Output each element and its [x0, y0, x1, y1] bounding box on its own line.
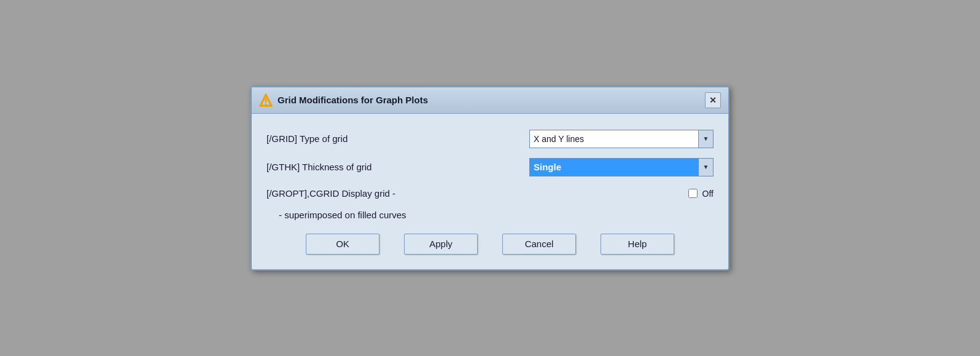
dialog-title: Grid Modifications for Graph Plots — [278, 95, 428, 105]
grid-type-arrow[interactable]: ▼ — [698, 130, 713, 148]
superimposed-label: - superimposed on filled curves — [279, 210, 406, 220]
grid-thickness-control: Single ▼ — [517, 158, 714, 176]
close-button[interactable]: ✕ — [705, 92, 721, 108]
display-grid-control: Off — [529, 189, 714, 199]
svg-point-2 — [265, 103, 266, 105]
row-grid-thickness: [/GTHK] Thickness of grid Single ▼ — [266, 153, 714, 181]
grid-type-control: X and Y lines ▼ — [517, 130, 714, 148]
grid-type-value[interactable]: X and Y lines — [530, 130, 698, 148]
grid-type-dropdown[interactable]: X and Y lines ▼ — [529, 130, 714, 148]
apply-button[interactable]: Apply — [404, 234, 478, 255]
grid-thickness-dropdown[interactable]: Single ▼ — [529, 158, 714, 176]
dialog-window: Grid Modifications for Graph Plots ✕ [/G… — [251, 86, 729, 271]
row-grid-type: [/GRID] Type of grid X and Y lines ▼ — [266, 125, 714, 153]
button-row: OK Apply Cancel Help — [266, 224, 714, 259]
title-bar: Grid Modifications for Graph Plots ✕ — [252, 87, 728, 114]
dialog-body: [/GRID] Type of grid X and Y lines ▼ [/G… — [252, 114, 728, 269]
cancel-button[interactable]: Cancel — [502, 234, 576, 255]
grid-thickness-arrow[interactable]: ▼ — [698, 159, 713, 176]
help-button[interactable]: Help — [601, 234, 674, 255]
display-grid-checkbox[interactable] — [688, 189, 698, 198]
row-display-grid: [/GROPT],CGRID Display grid - Off — [266, 181, 714, 206]
grid-thickness-label: [/GTHK] Thickness of grid — [266, 162, 517, 172]
grid-type-label: [/GRID] Type of grid — [266, 133, 517, 144]
display-grid-checkbox-row: Off — [688, 189, 714, 199]
grid-thickness-value[interactable]: Single — [530, 159, 698, 176]
display-grid-checkbox-label: Off — [702, 189, 714, 199]
ok-button[interactable]: OK — [306, 234, 379, 255]
row-superimposed: - superimposed on filled curves — [266, 206, 714, 224]
app-icon — [259, 93, 273, 107]
title-bar-left: Grid Modifications for Graph Plots — [259, 93, 428, 107]
display-grid-label: [/GROPT],CGRID Display grid - — [266, 188, 529, 199]
